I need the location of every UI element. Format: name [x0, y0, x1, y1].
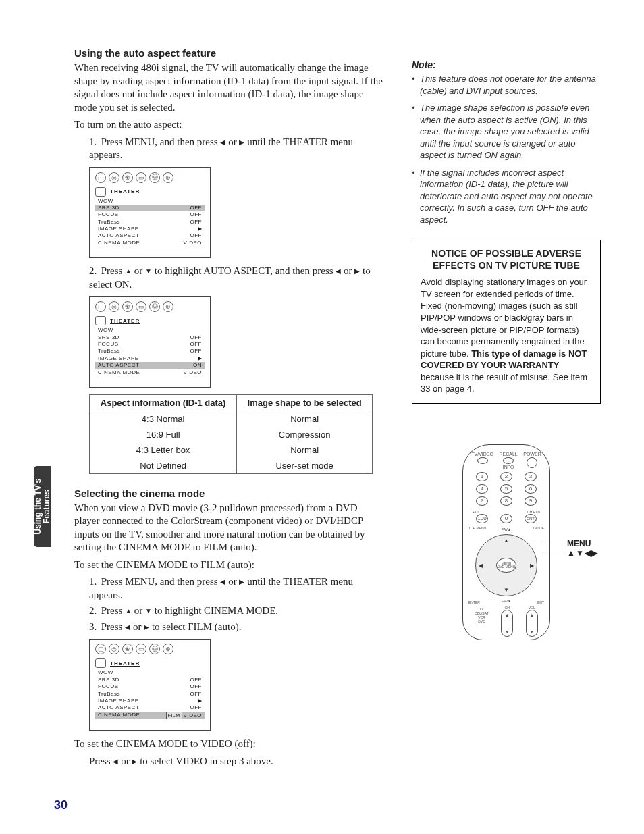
notice-body-a: Avoid displaying stationary images on yo… [421, 277, 587, 358]
remote-button [503, 457, 514, 464]
osd-row: FOCUSOFF [95, 211, 205, 218]
right-arrow-icon: ▶ [530, 562, 534, 568]
remote-num-button: ENT [525, 514, 537, 523]
osd-menu-2: ▢◎❀▭Ⓦ⊕ THEATER WOW SRS 3DOFF FOCUSOFF Tr… [89, 296, 211, 388]
remote-label: +10 [473, 510, 478, 514]
remote-num-button: 7 [476, 496, 488, 506]
step-1: 1. Press MENU, and then press ◀ or ▶ unt… [89, 575, 385, 602]
notice-body-b: because it is the result of misuse. See … [421, 372, 587, 394]
osd-row: CINEMA MODEVIDEO [95, 369, 205, 376]
remote-rocker: ▲▼ [526, 610, 538, 637]
callout-menu: MENU [567, 539, 591, 548]
remote-num-button: 4 [476, 484, 488, 494]
para-cinema-intro: When you view a DVD movie (3-2 pulldown … [74, 502, 385, 554]
remote-num-button: 3 [525, 472, 537, 481]
remote-num-button: 100 [476, 514, 488, 523]
osd-icon-row: ▢◎❀▭Ⓦ⊕ [95, 644, 205, 654]
table-row: 16:9 FullCompression [90, 427, 373, 442]
note-item: If the signal includes incorrect aspect … [412, 167, 601, 226]
remote-mode-switch: TVCBL/SATVCRDVD [475, 607, 488, 637]
remote-num-button: 8 [500, 496, 512, 506]
osd-row-highlighted: SRS 3DOFF [95, 205, 205, 211]
step-1: 1. Press MENU, and then press ◀ or ▶ unt… [89, 136, 385, 162]
osd-tab-icon: ◎ [109, 301, 119, 312]
left-arrow-icon: ◀ [125, 623, 130, 631]
para-cinema-video: To set the CINEMA MODE to VIDEO (off): [74, 737, 385, 751]
osd-row-highlighted: CINEMA MODEFILMVIDEO [95, 712, 205, 719]
side-column: Note: This feature does not operate for … [412, 47, 601, 640]
osd-row: WOW [95, 327, 205, 334]
note-item: The image shape selection is possible ev… [412, 102, 601, 161]
osd-icon-row: ▢◎❀▭Ⓦ⊕ [95, 172, 205, 183]
remote-label: VOL [526, 606, 538, 610]
notice-title: NOTICE OF POSSIBLE ADVERSE EFFECTS ON TV… [421, 247, 592, 273]
osd-tab-icon: ▢ [95, 644, 106, 654]
osd-title-icon [95, 316, 106, 325]
osd-tab-icon: Ⓦ [149, 301, 160, 312]
remote-label: ENTER [468, 600, 480, 604]
remote-num-button: 0 [500, 514, 512, 523]
osd-title: THEATER [110, 660, 140, 667]
osd-tab-icon: ▭ [136, 172, 146, 183]
main-column: Using the auto aspect feature When recei… [74, 47, 385, 771]
osd-tab-icon: ❀ [122, 172, 133, 183]
up-arrow-icon: ▲ [504, 538, 509, 544]
remote-num-button: 1 [476, 472, 488, 481]
remote-numpad: 123 456 789 [473, 472, 540, 506]
remote-label: CH [501, 606, 513, 610]
step-2: 2. Press ▲ or ▼ to highlight AUTO ASPECT… [89, 265, 385, 291]
osd-row: TruBassOFF [95, 348, 205, 355]
th-image-shape: Image shape to be selected [237, 394, 373, 411]
step-3: 3. Press ◀ or ▶ to select FILM (auto). [89, 621, 385, 634]
table-row: Not DefinedUser-set mode [90, 458, 373, 474]
power-button-icon [527, 457, 537, 468]
osd-title: THEATER [110, 318, 140, 324]
osd-title: THEATER [110, 188, 140, 194]
osd-title-icon [95, 187, 106, 197]
osd-menu-1: ▢◎❀▭Ⓦ⊕ THEATER WOW SRS 3DOFF FOCUSOFF Tr… [89, 167, 211, 259]
remote-callout: MENU ▲▼◀▶ [567, 539, 598, 558]
th-aspect-info: Aspect information (ID-1 data) [90, 394, 237, 411]
remote-label: TV/VIDEO [471, 452, 493, 457]
para-turn-on: To turn on the auto aspect: [74, 118, 385, 132]
osd-tab-icon: Ⓦ [149, 644, 160, 654]
remote-label: INFO [503, 465, 514, 469]
osd-tab-icon: ▭ [136, 644, 146, 654]
osd-title-icon [95, 658, 106, 668]
osd-tab-icon: Ⓦ [149, 172, 160, 183]
notice-box: NOTICE OF POSSIBLE ADVERSE EFFECTS ON TV… [412, 240, 601, 404]
remote-rocker: ▲▼ [501, 610, 513, 637]
step-2: 2. Press ▲ or ▼ to highlight CINEMA MODE… [89, 604, 385, 618]
osd-tab-icon: ❀ [122, 644, 133, 654]
remote-label: POWER [523, 452, 541, 457]
osd-icon-row: ▢◎❀▭Ⓦ⊕ [95, 301, 205, 312]
osd-row: CINEMA MODEVIDEO [95, 240, 205, 246]
osd-row: SRS 3DOFF [95, 334, 205, 341]
osd-tab-icon: ◎ [109, 644, 119, 654]
down-arrow-icon: ▼ [145, 267, 152, 275]
page-number: 30 [54, 798, 68, 812]
osd-row: AUTO ASPECTOFF [95, 704, 205, 711]
remote-label: CH RTN [527, 510, 540, 514]
remote-num-button: 6 [525, 484, 537, 494]
remote-num-button: 5 [500, 484, 512, 494]
osd-row: AUTO ASPECTOFF [95, 232, 205, 239]
osd-row: IMAGE SHAPE▶ [95, 226, 205, 232]
down-arrow-icon: ▼ [504, 587, 509, 593]
remote-menu-button: MENUDVD MENU [496, 558, 516, 573]
osd-row: IMAGE SHAPE▶ [95, 698, 205, 704]
osd-tab-icon: ▢ [95, 301, 106, 312]
side-tab: Using the TV'sFeatures [34, 466, 51, 547]
left-arrow-icon: ◀ [479, 562, 483, 568]
remote-illustration: TV/VIDEO RECALLINFO POWER 123 456 789 +1… [462, 444, 550, 640]
down-arrow-icon: ▼ [145, 607, 152, 615]
osd-tab-icon: ▭ [136, 301, 146, 312]
osd-row: WOW [95, 198, 205, 205]
osd-row: FOCUSOFF [95, 683, 205, 690]
aspect-table: Aspect information (ID-1 data) Image sha… [89, 394, 373, 474]
para-auto-aspect-intro: When receiving 480i signal, the TV will … [74, 61, 385, 114]
osd-row: FOCUSOFF [95, 341, 205, 348]
osd-tab-icon: ❀ [122, 301, 133, 312]
note-heading: Note: [412, 59, 601, 70]
osd-row: SRS 3DOFF [95, 677, 205, 683]
